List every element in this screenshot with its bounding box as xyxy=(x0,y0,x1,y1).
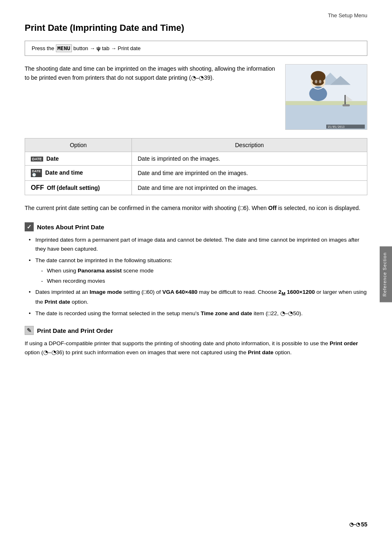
svg-rect-5 xyxy=(344,95,346,105)
list-item: When recording movies xyxy=(41,277,367,286)
reference-section-tab: Reference Section xyxy=(380,247,392,302)
page-num-value: 55 xyxy=(361,521,367,528)
datetime-icon: DATE🕒 xyxy=(31,169,42,177)
pencil-icon: ✎ xyxy=(25,326,34,335)
print-order-title: Print Date and Print Order xyxy=(37,327,113,334)
intro-text: The shooting date and time can be imprin… xyxy=(25,64,277,83)
option-date: DATE Date xyxy=(25,152,132,166)
page-container: The Setup Menu Print Date (Imprinting Da… xyxy=(0,0,392,540)
table-header-option: Option xyxy=(25,138,132,152)
table-row: OFF Off (default setting) Date and time … xyxy=(25,181,367,195)
off-icon: OFF xyxy=(31,184,44,191)
print-order-header: ✎ Print Date and Print Order xyxy=(25,326,367,335)
description-off: Date and time are not imprinted on the i… xyxy=(132,181,367,195)
menu-keyword: MENU xyxy=(56,44,72,52)
svg-text:15/05/2013: 15/05/2013 xyxy=(327,125,345,129)
sub-bullet-list: When using Panorama assist scene mode Wh… xyxy=(35,266,367,285)
svg-point-11 xyxy=(315,80,317,83)
option-date-and-time: DATE🕒 Date and time xyxy=(25,166,132,181)
description-date-and-time: Date and time are imprinted on the image… xyxy=(132,166,367,181)
options-table: Option Description DATE Date Date is imp… xyxy=(25,138,367,195)
print-order-text: If using a DPOF-compatible printer that … xyxy=(25,339,367,357)
list-item: When using Panorama assist scene mode xyxy=(41,266,367,275)
table-row: DATE Date Date is imprinted on the image… xyxy=(25,152,367,166)
notes-section: ✓ Notes About Print Date Imprinted dates… xyxy=(25,222,367,318)
list-item: The date cannot be imprinted in the foll… xyxy=(29,256,367,286)
table-row: DATE🕒 Date and time Date and time are im… xyxy=(25,166,367,181)
arrow-left: ◔–◔ xyxy=(349,522,360,527)
description-date: Date is imprinted on the images. xyxy=(132,152,367,166)
table-header-description: Description xyxy=(132,138,367,152)
svg-point-13 xyxy=(309,86,327,101)
print-order-section: ✎ Print Date and Print Order If using a … xyxy=(25,326,367,357)
page-title: Print Date (Imprinting Date and Time) xyxy=(25,23,367,33)
notes-title: Notes About Print Date xyxy=(37,224,104,231)
list-item: Imprinted dates form a permanent part of… xyxy=(29,235,367,253)
checkmark-icon: ✓ xyxy=(25,222,34,231)
svg-point-10 xyxy=(312,79,324,86)
camera-display-image: 15/05/2013 xyxy=(285,64,367,130)
date-icon: DATE xyxy=(31,157,43,162)
notes-bullet-list: Imprinted dates form a permanent part of… xyxy=(25,235,367,318)
menu-instruction-box: Press the MENU button → ψ tab → Print da… xyxy=(25,41,367,56)
list-item: Dates imprinted at an Image mode setting… xyxy=(29,288,367,306)
follow-text: The current print date setting can be co… xyxy=(25,203,367,212)
list-item: The date is recorded using the format se… xyxy=(29,309,367,318)
intro-section: The shooting date and time can be imprin… xyxy=(25,64,367,130)
svg-point-12 xyxy=(319,80,321,83)
option-off: OFF Off (default setting) xyxy=(25,181,132,195)
page-number: ◔–◔ 55 xyxy=(349,521,367,528)
svg-rect-7 xyxy=(343,104,350,106)
notes-header: ✓ Notes About Print Date xyxy=(25,222,367,231)
section-label: The Setup Menu xyxy=(25,12,367,18)
svg-rect-4 xyxy=(286,101,367,105)
